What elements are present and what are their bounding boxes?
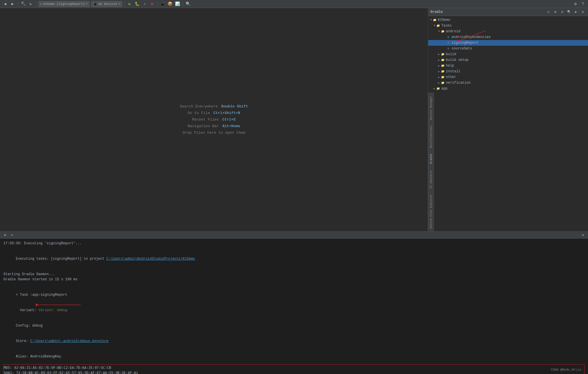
md5-line: MD5: 42:66:31:A5:02:7E:9F:BD:C2:EA:7D:6A… <box>4 365 584 370</box>
go-to-file-label: Go to File <box>188 111 210 115</box>
console-line-6: Gradle Daemon started in 15 s 190 ms <box>3 277 585 282</box>
tree-help[interactable]: ▶ 📁 help <box>428 63 588 69</box>
console-line-1: 17:50:30: Executing 'signingReport'... <box>3 241 585 246</box>
separator3 <box>124 2 125 6</box>
sdk-icon[interactable]: 📦 <box>167 1 173 7</box>
terminal-scroll-icon[interactable]: ≡ <box>9 232 15 238</box>
folder-icon-ktdemo: 📁 <box>433 18 437 22</box>
terminal-icon[interactable]: ⊞ <box>2 232 8 238</box>
console-alias-line: Alias: AndroidDebugKey <box>3 349 585 364</box>
search-label: Search Everywhere <box>180 104 218 109</box>
tab-device-manager[interactable]: Device Manager <box>429 94 433 122</box>
tree-label-other: other <box>446 75 456 79</box>
gradle-search-icon[interactable]: 🔍 <box>566 9 572 15</box>
console-task-line: > Task :app:signingReport <box>3 287 585 303</box>
separator4 <box>157 2 158 6</box>
navigation-bar-shortcut: Alt+Home <box>222 124 240 128</box>
tab-device-file[interactable]: Device File Explorer <box>429 192 433 231</box>
store-path-link[interactable]: C:\Users\admin\.android\debug.keystore <box>30 339 109 343</box>
tree-install[interactable]: ▶ 📁 install <box>428 69 588 74</box>
console-config-debug: Config: debug <box>3 318 585 333</box>
editor-empty-area: Search Everywhere Double Shift Go to Fil… <box>0 8 428 231</box>
bottom-panel: ⊞ ≡ ⚙ 17:50:30: Executing 'signingReport… <box>0 231 588 374</box>
gradle-refresh-icon[interactable]: ↻ <box>546 9 551 15</box>
folder-icon-app: 📁 <box>436 87 440 91</box>
tab-gradle[interactable]: Gradle <box>429 151 433 166</box>
editor-panel: Search Everywhere Double Shift Go to Fil… <box>0 8 428 231</box>
tree-arrow-ktdemo: ▼ <box>429 18 433 22</box>
run-button[interactable]: ▶ <box>127 1 133 7</box>
folder-icon-verification: 📁 <box>441 81 445 85</box>
search-shortcut: Double Shift <box>221 104 248 109</box>
watermark-text: CSDN @Modu_MrLiu <box>551 368 581 371</box>
tree-label-install: install <box>446 69 460 73</box>
console-line-3: Executing tasks: [signingReport] in proj… <box>3 251 585 267</box>
profiler-icon[interactable]: 📊 <box>175 1 180 7</box>
console-store-line: Store: C:\Users\admin\.android\debug.key… <box>3 333 585 349</box>
device-selector[interactable]: 📱 No Devices ▼ <box>91 1 122 7</box>
build-icon[interactable]: 🔨 <box>20 1 26 7</box>
tree-ktdemo[interactable]: ▼ 📁 KtDemo <box>428 17 588 23</box>
tree-arrow-build: ▶ <box>437 53 441 56</box>
terminal-output: 17:50:30: Executing 'signingReport'... E… <box>0 239 588 374</box>
gradle-run-icon[interactable]: ▶ <box>573 9 579 15</box>
console-line-5: Starting Gradle Daemon... <box>3 272 585 277</box>
tab-ci-emulator[interactable]: CI Emulator <box>429 167 433 191</box>
tree-signing-report[interactable]: ▶ ⚙ signingReport <box>428 40 588 46</box>
executing-prefix: Executing tasks: [signingReport] in proj… <box>16 257 106 261</box>
tree-label-verification: verification <box>446 81 470 85</box>
tree-source-sets[interactable]: ▶ ⚙ sourceSets <box>428 46 588 51</box>
tree-other[interactable]: ▶ 📁 other <box>428 74 588 80</box>
profile-button[interactable]: ⚡ <box>142 1 148 7</box>
terminal-settings-icon[interactable]: ⚙ <box>580 232 586 238</box>
folder-icon-install: 📁 <box>441 69 445 73</box>
store-prefix: Store: <box>16 339 30 343</box>
gradle-expand-icon[interactable]: ⊞ <box>553 9 558 15</box>
forward-icon[interactable]: ▶ <box>10 1 15 7</box>
recent-files-label: Recent Files <box>192 117 219 122</box>
tab-notifications[interactable]: Notifications <box>429 123 433 150</box>
run-config-selector[interactable]: ▶ KtDemo [signingReport] ▼ <box>38 1 90 7</box>
back-icon[interactable]: ◀ <box>2 1 8 7</box>
stop-button[interactable]: ■ <box>149 1 155 7</box>
tree-label-build: build <box>446 52 456 56</box>
tree-label-ktdemo: KtDemo <box>438 18 450 22</box>
settings-icon[interactable]: ⚙ <box>573 1 578 7</box>
bottom-toolbar-left: ⊞ ≡ <box>2 232 15 238</box>
tree-android[interactable]: ▼ 📁 android <box>428 29 588 34</box>
task-line-text: > Task :app:signingReport <box>16 293 67 297</box>
gradle-title: Gradle <box>430 10 443 14</box>
hint-drop-files: Drop files here to open them <box>183 131 245 135</box>
top-toolbar: ◀ ▶ 🔨 ↻ ▶ KtDemo [signingReport] ▼ 📱 No … <box>0 0 588 8</box>
avd-icon[interactable]: 📱 <box>160 1 166 7</box>
right-panel-tabs: Device Manager Notifications Gradle CI E… <box>428 93 434 231</box>
tree-label-build-setup: build setup <box>446 58 468 62</box>
project-path-link[interactable]: C:\Users\admin\AndroidStudioProjects\KtD… <box>106 257 195 261</box>
hint-recent-files: Recent Files Ctrl+E <box>192 117 236 122</box>
tree-build-setup[interactable]: ▶ 📁 build setup <box>428 57 588 63</box>
tree-arrow-tasks: ▼ <box>433 24 436 27</box>
variant-value: Variant: debug <box>38 308 67 312</box>
tree-app[interactable]: ▶ 📁 app <box>428 86 588 91</box>
gradle-panel-wrapper: Gradle ↻ ⊞ ⊟ 🔍 ▶ ⚙ ▼ 📁 KtDemo <box>428 8 588 231</box>
sync-icon[interactable]: ↻ <box>28 1 33 7</box>
tree-label-android: android <box>446 29 460 33</box>
run-config-icon: ▶ <box>40 2 42 6</box>
debug-button[interactable]: 🐛 <box>134 1 140 7</box>
search-everywhere-icon[interactable]: 🔍 <box>185 1 191 7</box>
tree-arrow-other: ▶ <box>437 75 441 79</box>
tree-label-tasks: Tasks <box>441 24 452 28</box>
recent-files-shortcut: Ctrl+E <box>222 117 236 122</box>
help-icon[interactable]: ? <box>580 1 586 7</box>
gradle-toolbar: ↻ ⊞ ⊟ 🔍 ▶ ⚙ <box>546 9 586 15</box>
tree-tasks[interactable]: ▼ 📁 Tasks <box>428 23 588 29</box>
tree-build[interactable]: ▶ 📁 build <box>428 51 588 57</box>
tree-verification[interactable]: ▶ 📁 verification <box>428 80 588 86</box>
folder-icon-build-setup: 📁 <box>441 58 445 62</box>
console-variant-debug: Variant: Variant: debug <box>3 303 67 318</box>
tree-android-deps[interactable]: ▶ ⚙ androidDependencies <box>428 34 588 40</box>
gradle-tree: ▼ 📁 KtDemo ▼ 📁 Tasks ▼ 📁 android <box>428 16 588 93</box>
gradle-settings-icon[interactable]: ⚙ <box>580 9 586 15</box>
gradle-collapse-icon[interactable]: ⊟ <box>559 9 565 15</box>
console-line-2 <box>3 246 585 251</box>
